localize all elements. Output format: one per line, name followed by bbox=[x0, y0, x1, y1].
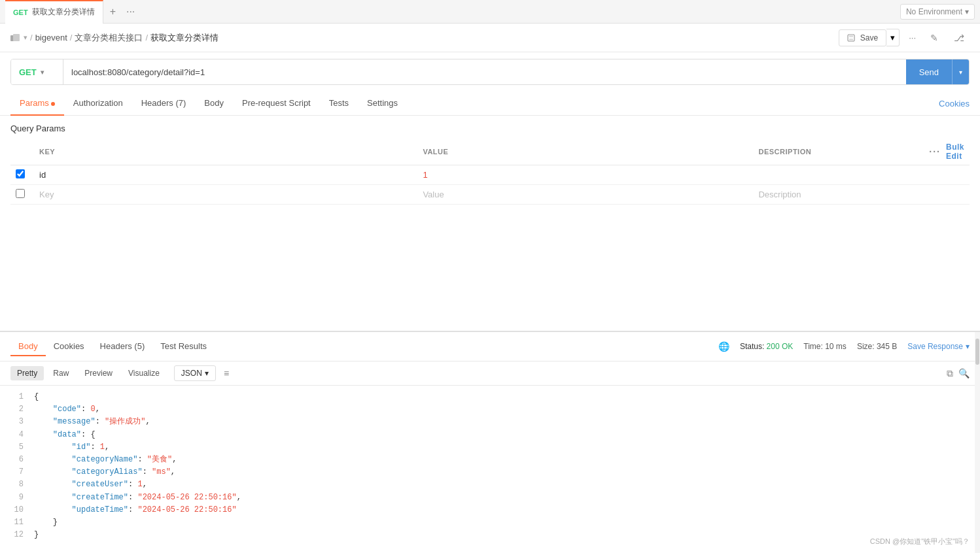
tab-authorization[interactable]: Authorization bbox=[64, 92, 132, 116]
row2-checkbox[interactable] bbox=[16, 189, 25, 198]
send-arrow-icon: ▾ bbox=[952, 59, 969, 84]
row2-key[interactable]: Key bbox=[34, 185, 417, 205]
line-num: 3 bbox=[10, 416, 24, 428]
tab-tests[interactable]: Tests bbox=[320, 92, 358, 116]
env-label: No Environment bbox=[906, 7, 962, 16]
params-table: KEY VALUE DESCRIPTION ··· Bulk Edit id bbox=[10, 139, 970, 205]
row1-value[interactable]: 1 bbox=[417, 165, 753, 185]
breadcrumb-more-button[interactable]: ··· bbox=[905, 30, 920, 45]
selector-arrow: ▾ bbox=[205, 369, 209, 378]
copy-icon[interactable]: ⧉ bbox=[947, 368, 953, 379]
row1-actions bbox=[924, 165, 970, 185]
breadcrumb-sep2: / bbox=[70, 33, 73, 42]
json-line-7: 7 "categoryAlias": "ms", bbox=[10, 466, 970, 478]
line-num: 5 bbox=[10, 441, 24, 454]
json-line-9: 9 "createTime": "2024-05-26 22:50:16", bbox=[10, 492, 970, 504]
response-section: Body Cookies Headers (5) Test Results 🌐 … bbox=[0, 331, 980, 553]
params-dot bbox=[51, 102, 55, 106]
active-tab[interactable]: GET 获取文章分类详情 bbox=[5, 0, 103, 24]
save-button[interactable]: Save bbox=[839, 29, 886, 46]
line-num: 8 bbox=[10, 478, 24, 491]
cookies-link[interactable]: Cookies bbox=[939, 99, 970, 109]
row2-checkbox-cell bbox=[10, 185, 34, 205]
json-line-8: 8 "createUser": 1, bbox=[10, 478, 970, 491]
svg-rect-1 bbox=[13, 34, 20, 41]
search-icon[interactable]: 🔍 bbox=[958, 368, 970, 379]
row2-value[interactable]: Value bbox=[417, 185, 753, 205]
scrollbar[interactable] bbox=[975, 332, 980, 553]
url-input[interactable] bbox=[63, 59, 906, 84]
time-label: Time: 10 ms bbox=[803, 342, 847, 351]
status-code: 200 OK bbox=[767, 342, 794, 351]
resp-tab-testresults[interactable]: Test Results bbox=[152, 337, 215, 356]
format-tab-preview[interactable]: Preview bbox=[78, 366, 119, 380]
json-line-1: 1 { bbox=[10, 391, 970, 403]
tab-params[interactable]: Params bbox=[10, 92, 64, 116]
json-format-selector[interactable]: JSON ▾ bbox=[174, 365, 216, 381]
row2-desc[interactable]: Description bbox=[753, 185, 924, 205]
send-button[interactable]: Send ▾ bbox=[906, 59, 969, 84]
breadcrumb: ▾ / bigevent / 文章分类相关接口 / 获取文章分类详情 bbox=[10, 32, 219, 44]
breadcrumb-current: 获取文章分类详情 bbox=[150, 32, 219, 44]
json-line-2: 2 "code": 0, bbox=[10, 403, 970, 416]
method-select[interactable]: GET ▾ bbox=[11, 59, 63, 84]
json-line-4: 4 "data": { bbox=[10, 429, 970, 441]
json-line-5: 5 "id": 1, bbox=[10, 441, 970, 454]
tab-settings[interactable]: Settings bbox=[358, 92, 407, 116]
col-value-header: VALUE bbox=[417, 139, 753, 165]
col-desc-header: DESCRIPTION bbox=[753, 139, 924, 165]
scrollbar-thumb[interactable] bbox=[975, 339, 979, 365]
breadcrumb-sep3: / bbox=[145, 33, 148, 42]
json-line-6: 6 "categoryName": "美食", bbox=[10, 454, 970, 466]
row1-desc[interactable] bbox=[753, 165, 924, 185]
format-tab-raw[interactable]: Raw bbox=[46, 366, 75, 380]
resp-tab-cookies[interactable]: Cookies bbox=[46, 337, 92, 356]
params-section: Query Params KEY VALUE DESCRIPTION ··· B… bbox=[0, 116, 980, 205]
table-more-button[interactable]: ··· bbox=[929, 146, 941, 157]
breadcrumb-bar: ▾ / bigevent / 文章分类相关接口 / 获取文章分类详情 Save … bbox=[0, 24, 980, 52]
line-num: 2 bbox=[10, 403, 24, 416]
row2-actions bbox=[924, 185, 970, 205]
env-area: No Environment ▾ bbox=[900, 4, 975, 20]
url-bar: GET ▾ Send ▾ bbox=[10, 59, 970, 85]
add-tab-button[interactable]: + bbox=[103, 6, 122, 18]
fork-icon-button[interactable]: ⎇ bbox=[949, 30, 970, 46]
table-row: id 1 bbox=[10, 165, 970, 185]
row1-checkbox-cell bbox=[10, 165, 34, 185]
row1-checkbox[interactable] bbox=[16, 169, 25, 178]
row1-key[interactable]: id bbox=[34, 165, 417, 185]
tab-more-button[interactable]: ··· bbox=[122, 6, 139, 18]
chevron-down-icon: ▾ bbox=[965, 7, 969, 16]
json-line-3: 3 "message": "操作成功", bbox=[10, 416, 970, 428]
status-prefix: Status: bbox=[740, 342, 767, 351]
wrap-button[interactable]: ≡ bbox=[219, 365, 234, 381]
resp-tab-body[interactable]: Body bbox=[10, 337, 46, 356]
tab-prerequest[interactable]: Pre-request Script bbox=[233, 92, 320, 116]
size-label: Size: 345 B bbox=[857, 342, 897, 351]
save-arrow-button[interactable]: ▾ bbox=[886, 29, 900, 46]
json-line-10: 10 "updateTime": "2024-05-26 22:50:16" bbox=[10, 504, 970, 516]
send-label: Send bbox=[906, 67, 952, 77]
bulk-edit-button[interactable]: Bulk Edit bbox=[946, 142, 964, 161]
resp-tab-headers[interactable]: Headers (5) bbox=[92, 337, 153, 356]
col-key-header: KEY bbox=[34, 139, 417, 165]
breadcrumb-sep1: / bbox=[30, 33, 33, 42]
tab-body[interactable]: Body bbox=[195, 92, 233, 116]
tab-headers[interactable]: Headers (7) bbox=[132, 92, 196, 116]
env-selector[interactable]: No Environment ▾ bbox=[900, 4, 975, 20]
save-response-button[interactable]: Save Response ▾ bbox=[907, 342, 970, 351]
table-row: Key Value Description bbox=[10, 185, 970, 205]
edit-icon-button[interactable]: ✎ bbox=[925, 30, 943, 46]
format-actions: ⧉ 🔍 bbox=[947, 368, 970, 379]
breadcrumb-level1[interactable]: bigevent bbox=[35, 33, 67, 42]
tab-title: 获取文章分类详情 bbox=[32, 7, 95, 18]
breadcrumb-actions: Save ▾ ··· ✎ ⎇ bbox=[839, 29, 970, 46]
globe-icon: 🌐 bbox=[718, 341, 729, 352]
line-num: 1 bbox=[10, 391, 24, 403]
breadcrumb-level2[interactable]: 文章分类相关接口 bbox=[75, 32, 143, 44]
col-actions-header: ··· Bulk Edit bbox=[924, 139, 970, 165]
format-tab-visualize[interactable]: Visualize bbox=[122, 366, 166, 380]
line-num: 6 bbox=[10, 454, 24, 466]
breadcrumb-folder-icon: ▾ bbox=[10, 33, 27, 42]
format-tab-pretty[interactable]: Pretty bbox=[10, 366, 44, 380]
